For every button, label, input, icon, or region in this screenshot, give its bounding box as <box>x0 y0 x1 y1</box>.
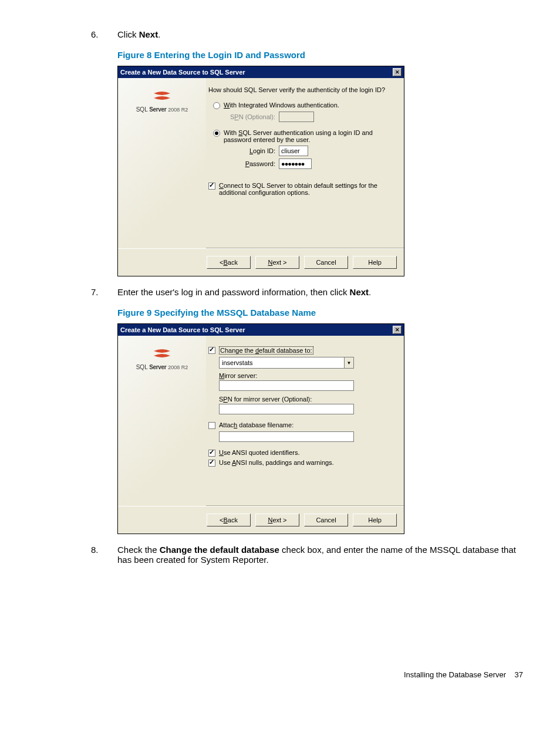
checkbox-icon <box>208 347 215 354</box>
checkbox-icon <box>208 450 215 457</box>
radio-icon <box>213 102 220 109</box>
checkbox-connect-defaults[interactable]: Connect to SQL Server to obtain default … <box>208 182 397 196</box>
help-button[interactable]: Help <box>353 256 397 269</box>
back-button[interactable]: < Back <box>207 514 251 526</box>
help-button[interactable]: Help <box>353 514 397 526</box>
spn-mirror-input[interactable] <box>219 404 354 414</box>
spn-label: SPN (Optional): <box>226 113 279 120</box>
radio-sql-auth[interactable]: With SQL Server authentication using a l… <box>213 129 397 143</box>
database-combo[interactable]: inservstats ▼ <box>219 357 354 369</box>
password-input[interactable]: ●●●●●●● <box>279 158 312 169</box>
step-7: 7. Enter the user's log in and password … <box>32 287 528 534</box>
sql-server-logo-icon <box>153 91 171 103</box>
step-text: Check the Change the default database ch… <box>117 545 516 565</box>
radio-windows-auth[interactable]: With Integrated Windows authentication. <box>213 102 397 109</box>
figure-8-caption: Figure 8 Entering the Login ID and Passw… <box>117 50 528 60</box>
brand-pane: SQL Server 2008 R2 <box>118 336 206 506</box>
step-number: 8. <box>91 545 99 555</box>
login-input[interactable]: cliuser <box>279 146 308 156</box>
figure-9-caption: Figure 9 Specifying the MSSQL Database N… <box>117 308 528 318</box>
page-footer: Installing the Database Server 37 <box>32 670 528 679</box>
dialog-figure-9: Create a New Data Source to SQL Server ✕… <box>117 323 404 534</box>
step-number: 6. <box>91 29 99 39</box>
login-label: Login ID: <box>226 147 279 154</box>
footer-section: Installing the Database Server <box>404 670 506 679</box>
brand-text: SQL Server 2008 R2 <box>125 106 199 113</box>
back-button[interactable]: < Back <box>207 256 251 269</box>
close-icon[interactable]: ✕ <box>393 326 402 334</box>
cancel-button[interactable]: Cancel <box>304 256 348 269</box>
checkbox-icon <box>208 460 215 467</box>
step-8: 8. Check the Change the default database… <box>32 545 528 565</box>
checkbox-icon <box>208 422 215 429</box>
next-button[interactable]: Next > <box>255 514 299 526</box>
mirror-input[interactable] <box>219 380 354 391</box>
button-row: < Back Next > Cancel Help <box>118 506 404 534</box>
checkbox-attach-db[interactable]: Attach database filename: <box>208 421 397 429</box>
brand-pane: SQL Server 2008 R2 <box>118 78 206 248</box>
cancel-button[interactable]: Cancel <box>304 514 348 526</box>
checkbox-ansi-quoted[interactable]: Use ANSI quoted identifiers. <box>208 449 397 457</box>
step-text: Click Next. <box>117 29 160 39</box>
chevron-down-icon: ▼ <box>344 357 353 368</box>
auth-question: How should SQL Server verify the authent… <box>208 86 397 93</box>
checkbox-change-db[interactable]: Change the default database to: <box>208 346 397 355</box>
dialog-figure-8: Create a New Data Source to SQL Server ✕… <box>117 66 404 276</box>
checkbox-icon <box>208 183 215 190</box>
attach-input[interactable] <box>219 431 354 442</box>
close-icon[interactable]: ✕ <box>393 68 402 76</box>
password-label: Password: <box>226 160 279 167</box>
dialog-title: Create a New Data Source to SQL Server <box>120 69 245 76</box>
footer-page: 37 <box>515 670 523 679</box>
titlebar: Create a New Data Source to SQL Server ✕ <box>118 324 404 336</box>
spn-input <box>279 112 314 122</box>
checkbox-ansi-nulls[interactable]: Use ANSI nulls, paddings and warnings. <box>208 459 397 467</box>
step-text: Enter the user's log in and password inf… <box>117 287 371 297</box>
radio-icon <box>213 130 220 137</box>
button-row: < Back Next > Cancel Help <box>118 248 404 276</box>
dialog-title: Create a New Data Source to SQL Server <box>120 326 245 333</box>
step-number: 7. <box>91 287 99 297</box>
spn-mirror-label: SPN for mirror server (Optional): <box>219 396 397 403</box>
titlebar: Create a New Data Source to SQL Server ✕ <box>118 66 404 78</box>
next-button[interactable]: Next > <box>255 256 299 269</box>
brand-text: SQL Server 2008 R2 <box>125 364 199 370</box>
mirror-label: Mirror server: <box>219 372 397 379</box>
sql-server-logo-icon <box>153 349 171 360</box>
instruction-list: 6. Click Next. Figure 8 Entering the Log… <box>32 29 528 565</box>
step-6: 6. Click Next. Figure 8 Entering the Log… <box>32 29 528 276</box>
